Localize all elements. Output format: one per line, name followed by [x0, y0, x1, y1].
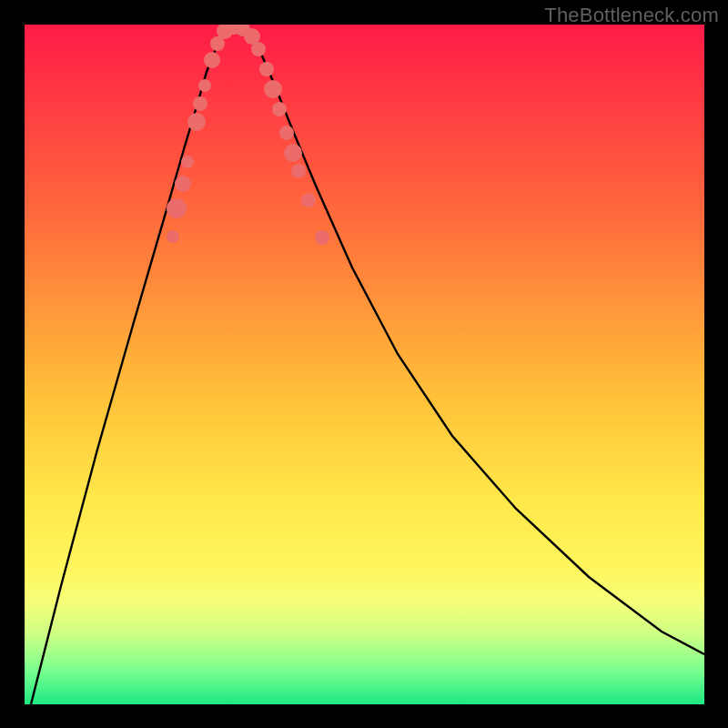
- highlight-dot: [259, 62, 274, 76]
- highlight-dot: [198, 79, 211, 92]
- highlight-dot: [284, 144, 302, 162]
- plot-area: [25, 25, 704, 704]
- highlight-dot: [301, 193, 316, 207]
- chart-frame: TheBottleneck.com: [0, 0, 728, 728]
- highlight-dot: [193, 96, 207, 111]
- highlight-dot: [181, 156, 194, 168]
- highlight-dot: [264, 80, 282, 98]
- highlight-dot: [187, 113, 206, 131]
- highlight-dot: [204, 52, 220, 68]
- highlight-dot: [272, 102, 287, 116]
- highlight-dot: [291, 164, 306, 178]
- highlight-dot: [251, 42, 266, 56]
- marker-group: [167, 25, 329, 245]
- highlight-dot: [315, 230, 329, 245]
- bottleneck-curve-path: [31, 29, 704, 704]
- highlight-dot: [279, 126, 294, 140]
- highlight-dot: [167, 230, 179, 243]
- highlight-dot: [175, 176, 191, 192]
- chart-svg: [25, 25, 704, 704]
- highlight-dot: [167, 198, 187, 218]
